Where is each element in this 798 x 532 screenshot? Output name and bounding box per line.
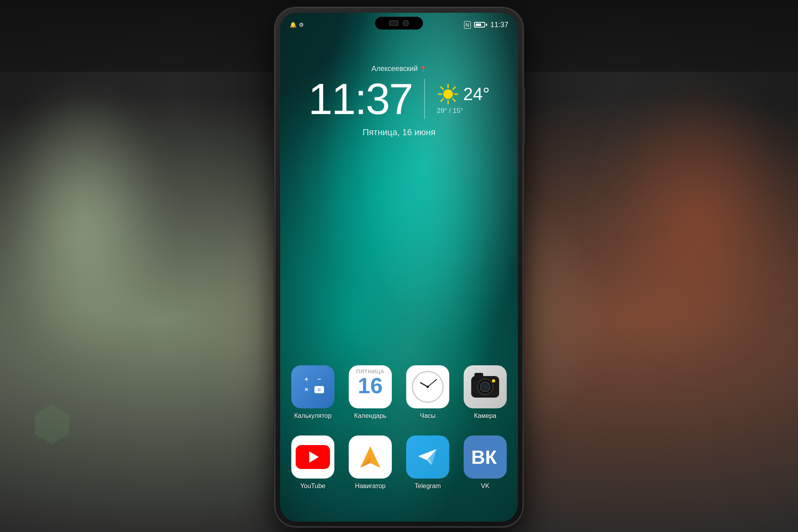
- app-calendar[interactable]: пятница 16 Календарь: [349, 365, 392, 420]
- side-button-power[interactable]: [523, 96, 525, 132]
- calculator-icon: + − × ≡: [291, 365, 334, 408]
- calendar-icon: пятница 16: [349, 365, 392, 408]
- navigator-label: Навигатор: [355, 483, 386, 490]
- date-display: Пятница, 16 июня: [363, 127, 436, 138]
- svg-line-5: [441, 87, 443, 89]
- youtube-label: YouTube: [300, 483, 326, 490]
- vk-icon: ВК: [464, 435, 507, 479]
- app-youtube[interactable]: YouTube: [291, 435, 334, 490]
- app-calculator[interactable]: + − × ≡ Калькулятор: [291, 365, 334, 420]
- app-row-2: YouTube Навигатор: [291, 435, 507, 490]
- temperature-range: 29° / 15°: [437, 107, 463, 115]
- app-grid: + − × ≡ Калькулятор пятница: [280, 365, 518, 490]
- divider: [424, 79, 425, 119]
- app-camera[interactable]: Камера: [464, 365, 507, 420]
- svg-point-0: [443, 89, 453, 99]
- navigator-icon: [349, 435, 392, 479]
- app-vk[interactable]: ВК VK: [464, 435, 507, 490]
- telegram-label: Telegram: [415, 483, 441, 490]
- telegram-icon: [406, 435, 449, 479]
- status-time: 11:37: [490, 21, 508, 29]
- app-clock[interactable]: Часы: [406, 365, 449, 420]
- clock-icon: [406, 365, 449, 408]
- phone-outer: 🔔 ⚙ N 11:37: [275, 8, 523, 526]
- calculator-label: Калькулятор: [294, 412, 332, 420]
- phone-screen: 🔔 ⚙ N 11:37: [280, 13, 518, 522]
- location-label: Алексеевский 📍: [371, 65, 427, 73]
- nfc-icon: N: [464, 21, 471, 29]
- app-telegram[interactable]: Telegram: [406, 435, 449, 490]
- phone-wrapper: 🔔 ⚙ N 11:37: [263, 0, 535, 532]
- weather-top: 24°: [437, 83, 490, 105]
- settings-icon: ⚙: [299, 22, 304, 28]
- svg-line-7: [453, 87, 455, 89]
- camera-app-icon: [464, 365, 507, 408]
- location-text: Алексеевский: [371, 65, 418, 73]
- scene: 🔔 ⚙ N 11:37: [0, 0, 798, 532]
- clock-label: Часы: [420, 412, 435, 420]
- temperature-main: 24°: [463, 84, 490, 104]
- weather-widget: 24° 29° / 15°: [437, 83, 490, 115]
- time-weather-row: 11:37: [308, 77, 490, 121]
- svg-line-8: [441, 99, 443, 101]
- bg-right-blur: [598, 80, 798, 359]
- notification-icon: 🔔: [290, 22, 296, 28]
- svg-line-6: [453, 99, 455, 101]
- time-display: 11:37: [308, 77, 412, 121]
- location-pin-icon: 📍: [420, 66, 427, 72]
- status-bar: 🔔 ⚙ N 11:37: [280, 13, 518, 37]
- app-row-1: + − × ≡ Калькулятор пятница: [291, 365, 507, 420]
- status-icons-left: 🔔 ⚙: [290, 22, 304, 28]
- calendar-label: Календарь: [354, 412, 387, 420]
- vk-label: VK: [481, 483, 489, 490]
- battery-indicator: [474, 22, 487, 28]
- youtube-icon: [291, 435, 334, 479]
- hex-watermark: [32, 404, 80, 452]
- app-navigator[interactable]: Навигатор: [349, 435, 392, 490]
- svg-text:ВК: ВК: [471, 447, 497, 467]
- sun-icon: [437, 83, 459, 105]
- camera-label: Камера: [474, 412, 496, 420]
- status-right: N 11:37: [464, 21, 508, 29]
- widget-area: Алексеевский 📍 11:37: [280, 65, 518, 138]
- bg-left-blur: [0, 80, 168, 359]
